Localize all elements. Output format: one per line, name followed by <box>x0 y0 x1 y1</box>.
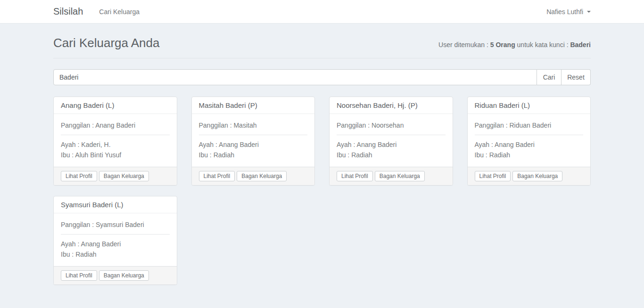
person-card-body: Panggilan : Masitah Ayah : Anang Baderi … <box>192 114 315 167</box>
nav-item-cari-keluarga[interactable]: Cari Keluarga <box>99 1 140 23</box>
results-grid: Anang Baderi (L) Panggilan : Anang Bader… <box>53 97 591 285</box>
user-menu-dropdown[interactable]: Nafies Luthfi <box>546 8 591 16</box>
result-middle: untuk kata kunci : <box>515 41 570 49</box>
divider <box>475 135 584 135</box>
person-card: Noorsehan Baderi, Hj. (P) Panggilan : No… <box>329 97 453 186</box>
person-nickname: Panggilan : Masitah <box>199 120 308 130</box>
result-summary: User ditemukan : 5 Orang untuk kata kunc… <box>438 41 591 49</box>
person-card-title: Syamsuri Baderi (L) <box>54 196 177 213</box>
lihat-profil-button[interactable]: Lihat Profil <box>61 270 97 281</box>
lihat-profil-button[interactable]: Lihat Profil <box>61 171 97 181</box>
person-card-title: Riduan Baderi (L) <box>468 97 591 114</box>
brand-silsilah[interactable]: Silsilah <box>53 6 83 17</box>
result-count: 5 Orang <box>490 41 515 49</box>
bagan-keluarga-button[interactable]: Bagan Keluarga <box>237 171 287 181</box>
person-nickname: Panggilan : Syamsuri Baderi <box>61 219 170 230</box>
person-card: Masitah Baderi (P) Panggilan : Masitah A… <box>191 97 315 186</box>
person-card: Syamsuri Baderi (L) Panggilan : Syamsuri… <box>53 196 177 285</box>
bagan-keluarga-button[interactable]: Bagan Keluarga <box>375 171 425 181</box>
person-card-footer: Lihat Profil Bagan Keluarga <box>330 167 453 185</box>
person-mother: Ibu : Radiah <box>475 150 584 160</box>
main-content: Cari Keluarga Anda User ditemukan : 5 Or… <box>53 24 591 285</box>
person-card-footer: Lihat Profil Bagan Keluarga <box>192 167 315 185</box>
user-menu-label: Nafies Luthfi <box>546 8 583 16</box>
bagan-keluarga-button[interactable]: Bagan Keluarga <box>99 270 149 281</box>
page-title: Cari Keluarga Anda <box>53 36 159 50</box>
person-card-body: Panggilan : Noorsehan Ayah : Anang Bader… <box>330 114 453 167</box>
person-card-body: Panggilan : Riduan Baderi Ayah : Anang B… <box>468 114 591 167</box>
person-card: Riduan Baderi (L) Panggilan : Riduan Bad… <box>467 97 591 186</box>
person-father: Ayah : Anang Baderi <box>199 139 308 150</box>
divider <box>61 135 170 135</box>
person-mother: Ibu : Radiah <box>61 249 170 259</box>
divider <box>337 135 446 135</box>
person-card-title: Anang Baderi (L) <box>54 97 177 114</box>
reset-button[interactable]: Reset <box>561 69 591 85</box>
person-card-body: Panggilan : Syamsuri Baderi Ayah : Anang… <box>54 213 177 266</box>
caret-down-icon <box>587 11 591 13</box>
person-card-footer: Lihat Profil Bagan Keluarga <box>54 167 177 185</box>
person-mother: Ibu : Radiah <box>337 150 446 160</box>
person-card-footer: Lihat Profil Bagan Keluarga <box>54 266 177 284</box>
bagan-keluarga-button[interactable]: Bagan Keluarga <box>99 171 149 181</box>
person-nickname: Panggilan : Riduan Baderi <box>475 120 584 130</box>
person-card-title: Noorsehan Baderi, Hj. (P) <box>330 97 453 114</box>
result-keyword: Baderi <box>570 41 591 49</box>
divider <box>61 234 170 235</box>
person-father: Ayah : Anang Baderi <box>337 139 446 150</box>
person-card-body: Panggilan : Anang Baderi Ayah : Kaderi, … <box>54 114 177 167</box>
result-prefix: User ditemukan : <box>438 41 490 49</box>
person-nickname: Panggilan : Anang Baderi <box>61 120 170 130</box>
person-nickname: Panggilan : Noorsehan <box>337 120 446 130</box>
person-mother: Ibu : Radiah <box>199 150 308 160</box>
person-father: Ayah : Anang Baderi <box>475 139 584 150</box>
page-header: Cari Keluarga Anda User ditemukan : 5 Or… <box>53 24 591 58</box>
lihat-profil-button[interactable]: Lihat Profil <box>475 171 511 181</box>
person-card-title: Masitah Baderi (P) <box>192 97 315 114</box>
search-input[interactable] <box>53 69 537 85</box>
person-mother: Ibu : Aluh Binti Yusuf <box>61 150 170 160</box>
bagan-keluarga-button[interactable]: Bagan Keluarga <box>512 171 562 181</box>
lihat-profil-button[interactable]: Lihat Profil <box>337 171 373 181</box>
divider <box>199 135 308 135</box>
person-father: Ayah : Anang Baderi <box>61 239 170 249</box>
person-father: Ayah : Kaderi, H. <box>61 139 170 150</box>
lihat-profil-button[interactable]: Lihat Profil <box>199 171 235 181</box>
cari-button[interactable]: Cari <box>537 69 561 85</box>
person-card-footer: Lihat Profil Bagan Keluarga <box>468 167 591 185</box>
top-navbar: Silsilah Cari Keluarga Nafies Luthfi <box>0 0 644 24</box>
person-card: Anang Baderi (L) Panggilan : Anang Bader… <box>53 97 177 186</box>
search-form: Cari Reset <box>53 69 591 85</box>
